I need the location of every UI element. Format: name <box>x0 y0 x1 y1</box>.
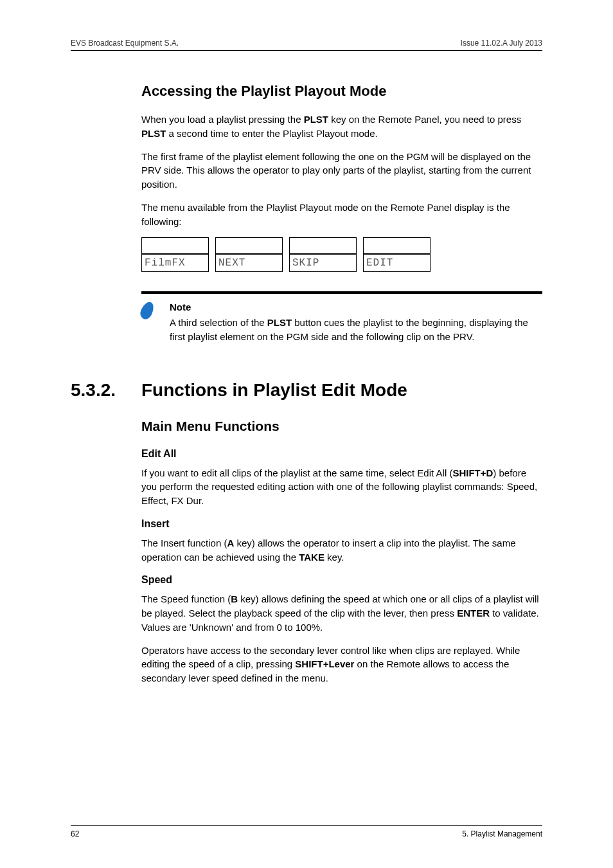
key-a: A <box>227 538 234 548</box>
menu-cell-edit: EDIT <box>363 254 431 272</box>
text: The Insert function ( <box>141 538 227 548</box>
table-row <box>141 237 431 254</box>
table-row: FilmFX NEXT SKIP EDIT <box>141 254 431 272</box>
page-footer: 62 5. Playlist Management <box>71 825 542 838</box>
paragraph: When you load a playlist pressing the PL… <box>141 113 542 141</box>
heading-insert: Insert <box>141 518 542 530</box>
menu-cell <box>141 237 209 254</box>
footer-section: 5. Playlist Management <box>462 829 542 838</box>
note-block: Note A third selection of the PLST butto… <box>141 291 542 343</box>
paragraph: The menu available from the Playlist Pla… <box>141 201 542 229</box>
section-number: 5.3.2. <box>71 380 141 401</box>
note-heading: Note <box>170 300 542 314</box>
note-text: Note A third selection of the PLST butto… <box>170 300 542 343</box>
page-number: 62 <box>71 829 79 838</box>
note-icon <box>138 300 156 321</box>
key-shift-d: SHIFT+D <box>452 467 493 478</box>
menu-cell-next: NEXT <box>215 254 283 272</box>
text: A third selection of the <box>170 317 267 328</box>
header-right: Issue 11.02.A July 2013 <box>461 39 542 48</box>
paragraph: The first frame of the playlist element … <box>141 150 542 192</box>
content-area: Accessing the Playlist Playout Mode When… <box>71 51 542 344</box>
text: key on the Remote Panel, you need to pre… <box>328 114 521 125</box>
note-icon-column <box>141 300 170 343</box>
text: key. <box>324 552 344 563</box>
menu-cell-skip: SKIP <box>289 254 357 272</box>
subsection-main-menu: Main Menu Functions <box>141 419 542 434</box>
paragraph: The Insert function (A key) allows the o… <box>141 536 542 565</box>
paragraph: If you want to edit all clips of the pla… <box>141 466 542 508</box>
page: EVS Broadcast Equipment S.A. Issue 11.02… <box>0 0 613 868</box>
page-header: EVS Broadcast Equipment S.A. Issue 11.02… <box>71 39 542 51</box>
text: a second time to enter the Playlist Play… <box>166 128 377 139</box>
key-enter: ENTER <box>457 608 490 619</box>
text: The Speed function ( <box>141 593 231 604</box>
section-title-functions: Functions in Playlist Edit Mode <box>141 380 407 401</box>
key-b: B <box>231 593 238 604</box>
heading-row: 5.3.2. Functions in Playlist Edit Mode <box>71 380 542 401</box>
key-plst: PLST <box>304 114 328 125</box>
paragraph: Operators have access to the secondary l… <box>141 644 542 685</box>
header-left: EVS Broadcast Equipment S.A. <box>71 39 179 48</box>
key-shift-lever: SHIFT+Lever <box>295 658 354 669</box>
content-area-2: Main Menu Functions Edit All If you want… <box>71 419 542 685</box>
section-title-accessing: Accessing the Playlist Playout Mode <box>141 83 542 100</box>
menu-cell-filmfx: FilmFX <box>141 254 209 272</box>
menu-cell <box>363 237 431 254</box>
text: If you want to edit all clips of the pla… <box>141 467 452 478</box>
heading-speed: Speed <box>141 574 542 586</box>
text: When you load a playlist pressing the <box>141 114 304 125</box>
menu-cell <box>289 237 357 254</box>
key-take: TAKE <box>299 552 324 563</box>
heading-edit-all: Edit All <box>141 448 542 460</box>
key-plst: PLST <box>141 128 166 139</box>
paragraph: The Speed function (B key) allows defini… <box>141 592 542 634</box>
menu-display-table: FilmFX NEXT SKIP EDIT <box>135 237 437 272</box>
key-plst: PLST <box>267 317 292 328</box>
menu-cell <box>215 237 283 254</box>
